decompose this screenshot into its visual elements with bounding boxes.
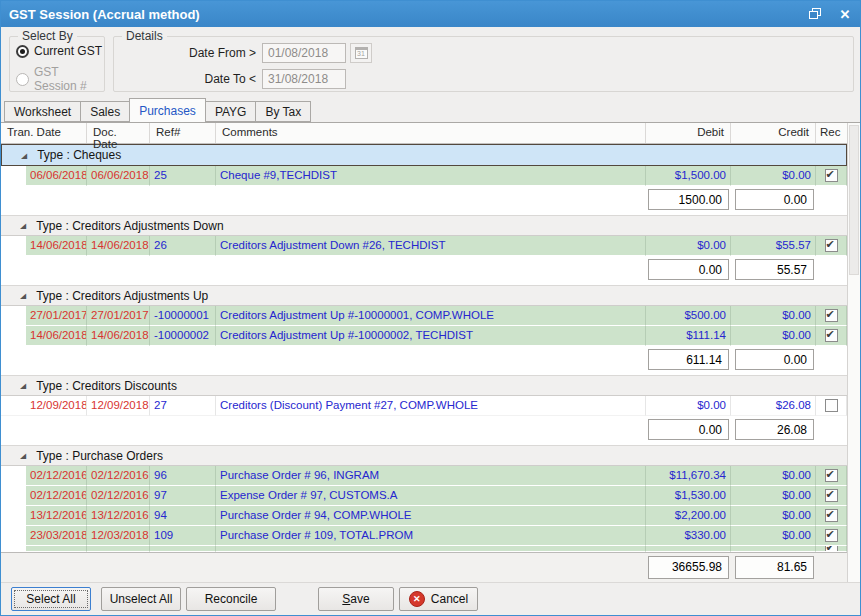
details-label: Details [122, 29, 167, 43]
restore-button[interactable] [800, 1, 830, 27]
collapse-triangle-icon[interactable]: ◢ [20, 221, 26, 229]
cell-credit: $0.00 [731, 506, 816, 526]
collapse-triangle-icon[interactable]: ◢ [21, 151, 27, 159]
group-header-row[interactable]: ◢Type : Creditors Adjustments Down [1, 215, 847, 236]
date-to-input[interactable] [262, 69, 346, 89]
collapse-triangle-icon[interactable]: ◢ [20, 381, 26, 389]
cell-rec [816, 326, 847, 346]
cell-doc-date: 06/06/2018 [87, 166, 150, 186]
column-header-credit[interactable]: Credit [731, 123, 816, 143]
cell-doc-date: 14/06/2018 [87, 326, 150, 346]
cell-doc-date: 27/01/2017 [87, 306, 150, 326]
reconcile-button[interactable]: Reconcile [186, 587, 276, 611]
cancel-button[interactable]: ✕ Cancel [399, 587, 478, 611]
button-bar: Select All Unselect All Reconcile Save ✕… [1, 582, 860, 615]
group-header-row[interactable]: ◢Type : Creditors Discounts [1, 375, 847, 396]
cell-doc-date: 02/12/2016 [87, 486, 150, 506]
cell-debit: $11,670.34 [646, 466, 731, 486]
subtotal-debit: 1500.00 [648, 189, 729, 210]
tab-purchases[interactable]: Purchases [129, 98, 206, 123]
rec-checkbox[interactable] [825, 509, 838, 522]
column-header-tran-date[interactable]: Tran. Date [1, 123, 87, 143]
unselect-all-button[interactable]: Unselect All [101, 587, 181, 611]
rec-checkbox[interactable] [825, 489, 838, 502]
table-row[interactable]: 14/06/201814/06/201826Creditors Adjustme… [1, 236, 847, 256]
cell-rec [816, 466, 847, 486]
table-row[interactable]: 27/01/201727/01/2017-10000001Creditors A… [1, 306, 847, 326]
cell-tran-date: 02/12/2016 [26, 486, 87, 506]
group-header-row[interactable]: ◢Type : Purchase Orders [1, 445, 847, 466]
subtotal-debit: 0.00 [648, 419, 729, 440]
rec-checkbox[interactable] [825, 399, 838, 412]
cancel-icon: ✕ [409, 591, 425, 607]
rec-checkbox[interactable] [825, 169, 838, 182]
subtotal-credit: 0.00 [735, 349, 814, 370]
column-header-debit[interactable]: Debit [646, 123, 731, 143]
cell-comments: Cheque #9,TECHDIST [216, 166, 646, 186]
select-all-button[interactable]: Select All [11, 587, 91, 611]
cell-debit: $1,530.00 [646, 486, 731, 506]
column-header-doc-date[interactable]: Doc. Date [87, 123, 150, 143]
table-row[interactable]: 02/12/201602/12/201697Expense Order # 97… [1, 486, 847, 506]
row-indent [1, 506, 26, 526]
rec-checkbox[interactable] [825, 309, 838, 322]
transactions-grid: Tran. Date Doc. Date Ref# Comments Debit… [1, 123, 860, 582]
date-from-input[interactable] [262, 43, 346, 63]
radio-gst-session[interactable]: GST Session # [16, 65, 104, 93]
group-header-row[interactable]: ◢Type : Cheques [1, 144, 847, 166]
tab-worksheet[interactable]: Worksheet [4, 101, 81, 122]
table-row[interactable]: 23/03/201812/03/2018109Purchase Order # … [1, 526, 847, 546]
scrollbar-thumb[interactable] [849, 125, 859, 275]
cell-credit: $0.00 [731, 486, 816, 506]
cell-debit: $111.14 [646, 326, 731, 346]
cell-credit: $26.08 [731, 396, 816, 416]
table-row[interactable]: 02/12/201602/12/201696Purchase Order # 9… [1, 466, 847, 486]
subtotal-credit: 26.08 [735, 419, 814, 440]
row-indent [1, 236, 26, 256]
cell-comments: Creditors Adjustment Down #26, TECHDIST [216, 236, 646, 256]
collapse-triangle-icon[interactable]: ◢ [20, 291, 26, 299]
row-indent [1, 166, 26, 186]
table-row[interactable]: 14/06/201814/06/2018-10000002Creditors A… [1, 326, 847, 346]
cell-comments: Purchase Order # 94, COMP.WHOLE [216, 506, 646, 526]
collapse-triangle-icon[interactable]: ◢ [20, 451, 26, 459]
cell-credit: $0.00 [731, 166, 816, 186]
cell-ref: -10000001 [150, 306, 216, 326]
grid-body: ◢Type : Cheques06/06/201806/06/201825Che… [1, 144, 847, 552]
table-row[interactable]: 06/06/201806/06/201825Cheque #9,TECHDIST… [1, 166, 847, 186]
column-header-comments[interactable]: Comments [216, 123, 646, 143]
radio-current-gst[interactable]: Current GST [16, 44, 104, 58]
cell-doc-date: 13/12/2016 [87, 506, 150, 526]
rec-checkbox[interactable] [825, 529, 838, 542]
cell-credit: $0.00 [731, 306, 816, 326]
tab-sales[interactable]: Sales [80, 101, 130, 122]
rec-checkbox[interactable] [825, 329, 838, 342]
tab-payg[interactable]: PAYG [205, 101, 257, 122]
group-subtotal-row: 1500.000.00 [1, 186, 847, 215]
row-indent [1, 486, 26, 506]
cell-ref: 109 [150, 526, 216, 546]
cell-ref: 97 [150, 486, 216, 506]
column-header-ref[interactable]: Ref# [150, 123, 216, 143]
cell-credit: $55.57 [731, 236, 816, 256]
vertical-scrollbar[interactable] [847, 123, 860, 582]
rec-checkbox[interactable] [825, 239, 838, 252]
restore-icon [809, 8, 821, 20]
table-row[interactable]: 13/12/201613/12/201694Purchase Order # 9… [1, 506, 847, 526]
cell-tran-date: 14/06/2018 [26, 236, 87, 256]
cell-tran-date: 13/12/2016 [26, 506, 87, 526]
save-button[interactable]: Save [318, 587, 394, 611]
close-button[interactable]: ✕ [830, 1, 860, 27]
rec-checkbox[interactable] [825, 469, 838, 482]
group-header-row[interactable]: ◢Type : Creditors Adjustments Up [1, 285, 847, 306]
group-subtotal-row: 0.0055.57 [1, 256, 847, 285]
column-header-rec[interactable]: Rec [816, 123, 847, 143]
cell-ref: 27 [150, 396, 216, 416]
tab-by-tax[interactable]: By Tax [255, 101, 311, 122]
calendar-button[interactable]: 31 [350, 43, 372, 63]
table-row[interactable]: 12/09/201812/09/201827Creditors (Discoun… [1, 396, 847, 416]
cell-rec [816, 526, 847, 546]
cell-tran-date: 14/06/2018 [26, 326, 87, 346]
cell-rec [816, 396, 847, 416]
date-from-label: Date From > [184, 46, 256, 60]
